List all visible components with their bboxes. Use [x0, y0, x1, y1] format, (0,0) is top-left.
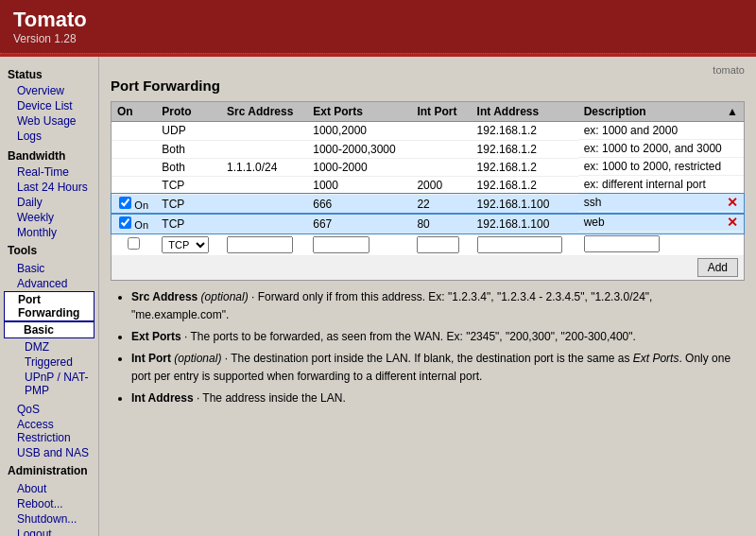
sidebar-item-overview[interactable]: Overview [4, 83, 94, 98]
add-proto-select[interactable]: TCP UDP Both [162, 236, 209, 253]
row-description-text: ex: 1000 to 2000, restricted [584, 160, 721, 173]
sidebar-item-port-forwarding[interactable]: Port Forwarding [4, 291, 94, 321]
row-int-address-cell: 192.168.1.2 [472, 158, 578, 176]
sidebar: Status Overview Device List Web Usage Lo… [0, 57, 99, 536]
sidebar-item-dmz[interactable]: DMZ [4, 339, 94, 354]
nav-group-bandwidth: Bandwidth [4, 149, 94, 163]
sidebar-item-daily[interactable]: Daily [4, 195, 94, 210]
help-src-label: Src Address [131, 290, 198, 303]
row-src-cell [221, 176, 307, 194]
add-ext-ports-input[interactable] [313, 236, 369, 253]
row-delete-button[interactable]: ✕ [727, 216, 738, 229]
app-version: Version 1.28 [13, 32, 743, 45]
row-ext-ports-cell: 1000-2000,3000 [307, 140, 411, 158]
col-src-address: Src Address [221, 102, 307, 122]
row-ext-ports-cell: 1000 [307, 176, 411, 194]
sidebar-item-usb-nas[interactable]: USB and NAS [4, 445, 94, 460]
sidebar-item-qos[interactable]: QoS [4, 402, 94, 417]
sidebar-item-last24[interactable]: Last 24 Hours [4, 180, 94, 195]
help-ext-label: Ext Ports [131, 330, 181, 343]
row-on-cell: On [112, 194, 156, 214]
add-int-port-input[interactable] [417, 236, 459, 253]
row-on-cell [112, 158, 156, 176]
add-src-input[interactable] [227, 236, 293, 253]
row-proto-cell: Both [156, 158, 221, 176]
help-ext-ports: Ext Ports · The ports to be forwarded, a… [131, 328, 745, 346]
table-row: Both1.1.1.0/241000-2000192.168.1.2ex: 10… [112, 158, 744, 176]
help-int-address-label: Int Address [131, 391, 194, 405]
sidebar-item-basic-sub[interactable]: Basic [4, 321, 94, 338]
row-on-checkbox[interactable] [119, 216, 131, 229]
add-ext-ports-cell [307, 233, 411, 255]
main-content: tomato Port Forwarding On Proto Src Addr… [99, 57, 756, 536]
sidebar-item-weekly[interactable]: Weekly [4, 210, 94, 225]
sidebar-item-realtime[interactable]: Real-Time [4, 164, 94, 180]
row-proto-cell: TCP [156, 214, 221, 233]
help-int-port: Int Port (optional) · The destination po… [131, 350, 745, 386]
help-section: Src Address (optional) · Forward only if… [111, 288, 745, 408]
row-on-cell [112, 122, 156, 141]
add-button-row: Add [112, 255, 744, 279]
sidebar-item-access-restriction[interactable]: Access Restriction [4, 417, 94, 445]
row-proto-cell: UDP [156, 122, 221, 141]
row-int-port-cell [411, 122, 471, 141]
add-src-cell [221, 233, 307, 255]
sidebar-item-device-list[interactable]: Device List [4, 98, 94, 113]
row-src-cell [221, 140, 307, 158]
row-proto-cell: TCP [156, 194, 221, 214]
sort-icon[interactable]: ▲ [727, 105, 738, 118]
page-title: Port Forwarding [111, 78, 745, 94]
add-button[interactable]: Add [697, 258, 738, 277]
row-src-cell: 1.1.1.0/24 [221, 158, 307, 176]
table-row: OnTCP66780192.168.1.100web✕ [112, 214, 744, 233]
add-on-checkbox[interactable] [128, 237, 140, 250]
help-int-address: Int Address · The address inside the LAN… [131, 389, 745, 407]
row-description-cell: ex: 1000 to 2000, and 3000 [578, 140, 744, 158]
row-description-cell: ex: 1000 and 2000 [578, 122, 744, 140]
table-header-row: On Proto Src Address Ext Ports Int Port … [112, 102, 744, 122]
sidebar-item-basic[interactable]: Basic [4, 261, 94, 276]
row-proto-cell: Both [156, 140, 221, 158]
row-int-address-cell: 192.168.1.100 [472, 214, 578, 233]
sidebar-item-reboot[interactable]: Reboot... [4, 496, 94, 511]
row-int-port-cell: 80 [411, 214, 471, 233]
row-description-text: ssh [584, 196, 602, 209]
add-description-input[interactable] [584, 235, 660, 252]
sidebar-item-upnp[interactable]: UPnP / NAT-PMP [4, 370, 94, 398]
sidebar-item-triggered[interactable]: Triggered [4, 354, 94, 370]
port-forwarding-table-container: On Proto Src Address Ext Ports Int Port … [111, 101, 745, 281]
sidebar-item-logs[interactable]: Logs [4, 129, 94, 144]
col-int-port: Int Port [411, 102, 471, 122]
add-proto-cell: TCP UDP Both [156, 233, 221, 255]
add-button-cell: Add [112, 255, 744, 279]
row-on-checkbox[interactable] [119, 197, 131, 209]
nav-group-status: Status [4, 68, 94, 81]
row-description-cell: ex: different internal port [578, 176, 744, 194]
sidebar-item-about[interactable]: About [4, 481, 94, 496]
table-row: TCP10002000192.168.1.2ex: different inte… [112, 176, 744, 194]
help-src-address: Src Address (optional) · Forward only if… [131, 288, 745, 324]
row-int-port-cell: 2000 [411, 176, 471, 194]
row-description-text: ex: different internal port [584, 178, 706, 191]
col-proto: Proto [156, 102, 221, 122]
row-description-text: web [584, 216, 605, 229]
row-int-port-cell: 22 [411, 194, 471, 214]
sidebar-item-advanced[interactable]: Advanced [4, 276, 94, 291]
row-description-cell: ex: 1000 to 2000, restricted [578, 158, 744, 176]
row-description-text: ex: 1000 and 2000 [584, 124, 678, 137]
add-int-address-input[interactable] [477, 236, 562, 253]
sidebar-item-web-usage[interactable]: Web Usage [4, 113, 94, 129]
row-description-cell: web✕ [578, 214, 744, 232]
row-on-label: On [131, 199, 148, 211]
row-delete-button[interactable]: ✕ [727, 196, 738, 209]
sidebar-item-logout[interactable]: Logout [4, 527, 94, 536]
col-on: On [112, 102, 156, 122]
row-src-cell [221, 122, 307, 141]
sidebar-item-shutdown[interactable]: Shutdown... [4, 511, 94, 527]
row-int-address-cell: 192.168.1.100 [472, 194, 578, 214]
sidebar-item-monthly[interactable]: Monthly [4, 225, 94, 240]
help-int-port-note: (optional) [174, 352, 221, 365]
hostname-bar: tomato [111, 64, 745, 76]
row-on-cell [112, 140, 156, 158]
app-title: Tomato [13, 8, 743, 32]
